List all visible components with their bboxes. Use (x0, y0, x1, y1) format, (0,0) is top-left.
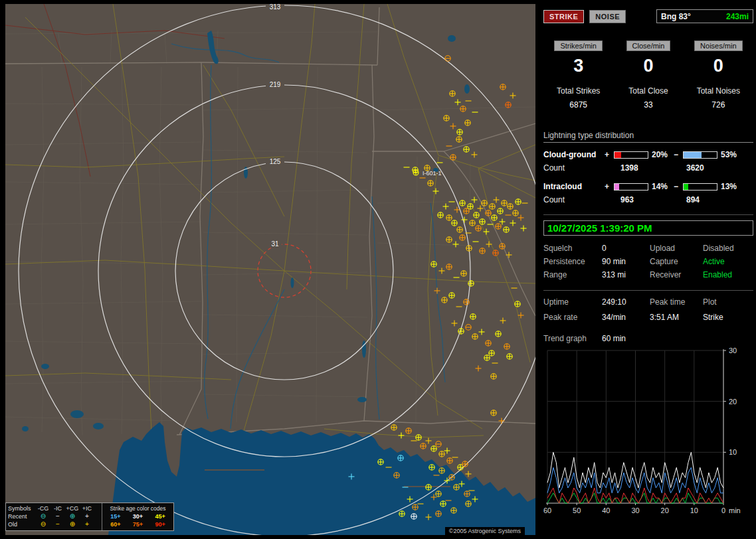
separator (543, 290, 753, 291)
legend-symbol: ⊖ (36, 513, 50, 520)
strike-cp (442, 297, 447, 303)
bearing-display: Bng 83° 243mi (656, 9, 753, 23)
strike-p (500, 219, 506, 225)
strike-p (510, 220, 516, 226)
strike-cp (428, 181, 433, 186)
strike-p (518, 215, 524, 221)
strike-cp (450, 91, 455, 96)
strike-cp (460, 106, 466, 112)
trend-graph-canvas: 3020106050403020100min (543, 347, 753, 517)
strike-cp (431, 262, 436, 267)
strike-cp (446, 264, 452, 270)
noise-button[interactable]: NOISE (589, 10, 626, 23)
uptime-label: Uptime (543, 297, 602, 307)
receiver-label: Receiver (650, 270, 703, 279)
intracloud-row: Intracloud + 14% − 13% (543, 180, 753, 193)
strike-cp (482, 200, 487, 206)
strike-p (506, 252, 512, 258)
age-code: 15+ (104, 512, 127, 520)
age-code: 90+ (149, 520, 171, 528)
total-close-value: 33 (613, 100, 683, 110)
ic-negative-bar (683, 183, 717, 191)
map-canvas: 313 219 125 31 I-601-1 (5, 4, 535, 535)
legend-col-header: +CG (65, 504, 80, 512)
legend-col-header: +IC (80, 504, 94, 512)
strike-cp (456, 137, 462, 142)
legend-old-symbols: ⊖−⊕+ (36, 520, 94, 528)
y-tick-label: 20 (729, 398, 737, 406)
strike-cp (516, 199, 521, 204)
plus-sign: + (605, 150, 614, 159)
y-tick-label: 10 (729, 448, 737, 456)
bar-fill (614, 184, 619, 190)
strike-cm (445, 56, 450, 61)
age-code: 75+ (127, 520, 149, 528)
legend-symbol: ⊕ (65, 513, 80, 520)
strikes-per-min-button[interactable]: Strikes/min (554, 40, 602, 51)
strike-p (439, 268, 445, 274)
strike-p (499, 418, 505, 424)
upload-value: Disabled (703, 244, 753, 253)
x-tick-label: 10 (690, 506, 698, 514)
ic-negative-pct: 13% (721, 182, 743, 191)
strike-cp (502, 200, 507, 206)
strike-cp (416, 435, 421, 440)
strike-cp (454, 485, 459, 490)
cg-positive-count: 1398 (614, 163, 683, 173)
strike-cp (449, 475, 454, 480)
marker-label: I-601-1 (423, 170, 442, 177)
strike-cp (413, 167, 418, 173)
ic-negative-count: 894 (683, 195, 700, 204)
x-axis-unit: min (729, 506, 741, 514)
total-noises-value: 726 (684, 100, 753, 110)
strike-cp (431, 446, 436, 451)
strike-cp (470, 220, 475, 226)
ic-positive-bar (614, 183, 648, 191)
strike-cp (458, 329, 464, 334)
close-per-min-value: 0 (613, 56, 683, 76)
bar-fill (684, 184, 688, 190)
strike-cp (378, 459, 383, 465)
strike-cp (464, 299, 469, 305)
strike-p (453, 242, 459, 248)
close-per-min-button[interactable]: Close/min (626, 40, 671, 51)
strike-cp (466, 501, 471, 506)
upload-label: Upload (650, 244, 703, 253)
strike-button[interactable]: STRIKE (543, 10, 584, 23)
strike-cp (457, 227, 462, 232)
strike-p (466, 471, 472, 477)
legend-symbols-title: Symbols (8, 504, 36, 512)
peak-time-label: Peak time (650, 297, 703, 307)
persistence-value: 90 min (602, 257, 650, 266)
age-code: 60+ (104, 520, 127, 528)
strike-p (510, 93, 516, 99)
strike-cp (480, 219, 485, 224)
peak-rate-value: 34/min (602, 313, 650, 322)
strike-cp (472, 334, 478, 339)
strike-cp (426, 485, 431, 490)
legend-recent-symbols: ⊖−⊕+ (36, 512, 94, 520)
x-tick-label: 0 (721, 506, 725, 514)
strike-cm (436, 441, 441, 447)
strike-cp (439, 468, 444, 473)
legend-symbol: + (80, 521, 94, 528)
noises-per-min-button[interactable]: Noises/min (694, 40, 742, 51)
intracloud-label: Intracloud (543, 182, 605, 191)
capture-label: Capture (650, 257, 703, 266)
strike-cp (490, 204, 495, 209)
barrier-island (205, 469, 264, 471)
rates-section: Strikes/min 3 Total Strikes 6875 Close/m… (543, 40, 753, 110)
strike-cp (507, 354, 512, 359)
strike-cp (508, 204, 513, 209)
strike-cp (496, 331, 501, 337)
strike-cp (489, 350, 494, 356)
separator (543, 214, 753, 215)
squelch-label: Squelch (543, 244, 602, 253)
legend-symbol: + (80, 513, 94, 520)
strike-cp (484, 355, 490, 360)
control-panel: STRIKE NOISE Bng 83° 243mi Strikes/min 3… (541, 0, 756, 539)
strike-cp (464, 208, 469, 214)
legend-age-title: Strike age color codes (104, 504, 171, 512)
rivers (171, 44, 445, 429)
strike-cp (504, 227, 509, 232)
